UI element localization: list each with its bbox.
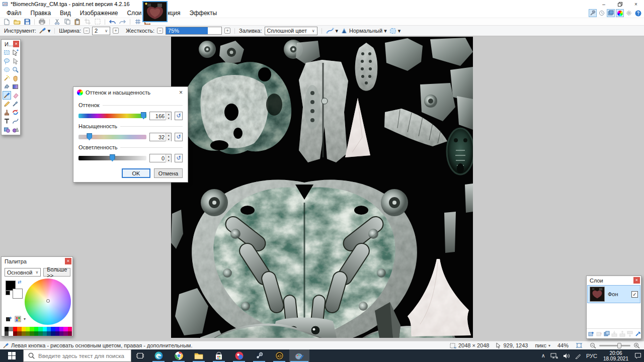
open-image-tab[interactable] bbox=[142, 1, 168, 22]
hardness-increase-button[interactable]: + bbox=[224, 28, 230, 34]
cut-icon[interactable] bbox=[53, 19, 61, 25]
tool-recolor[interactable] bbox=[11, 108, 20, 117]
image-list-chevron-icon[interactable]: ∨ bbox=[169, 10, 173, 15]
palette-swatch[interactable] bbox=[55, 327, 59, 331]
antialias-dropdown[interactable]: ▾ bbox=[326, 28, 339, 34]
hardness-decrease-button[interactable]: − bbox=[157, 28, 163, 34]
palette-list-arrow-icon[interactable]: ▾ bbox=[24, 317, 26, 321]
pen-icon[interactable] bbox=[573, 353, 584, 359]
width-decrease-button[interactable]: − bbox=[84, 28, 90, 34]
cancel-button[interactable]: Отмена bbox=[154, 168, 183, 178]
spin-down-icon[interactable]: ▼ bbox=[166, 137, 171, 141]
saturation-reset-button[interactable]: ↺ bbox=[175, 133, 183, 141]
palette-swatch[interactable] bbox=[43, 331, 47, 336]
palette-swatch[interactable] bbox=[47, 327, 51, 331]
new-file-icon[interactable] bbox=[3, 19, 11, 25]
menu-edit[interactable]: Правка bbox=[26, 9, 56, 18]
duplicate-layer-icon[interactable] bbox=[604, 330, 610, 337]
palette-swatch[interactable] bbox=[5, 327, 9, 331]
open-file-icon[interactable] bbox=[13, 19, 21, 25]
history-toggle[interactable] bbox=[598, 9, 606, 17]
task-view-button[interactable] bbox=[131, 349, 148, 362]
hue-slider-thumb[interactable] bbox=[141, 112, 146, 119]
palette-swatch[interactable] bbox=[30, 327, 34, 331]
palette-mode-combobox[interactable]: Основной∨ bbox=[5, 268, 41, 277]
menu-file[interactable]: Файл bbox=[2, 9, 26, 18]
tool-shapes-rect[interactable] bbox=[3, 125, 11, 134]
palette-swatch[interactable] bbox=[13, 331, 17, 336]
saturation-spinner[interactable]: 32▲▼ bbox=[149, 133, 172, 141]
background-color-swatch[interactable] bbox=[13, 289, 23, 299]
zoom-slider-thumb[interactable] bbox=[617, 343, 621, 348]
tool-text[interactable] bbox=[3, 117, 11, 125]
zoom-slider[interactable] bbox=[599, 345, 630, 346]
tool-pan[interactable] bbox=[11, 74, 20, 82]
palette-swatch[interactable] bbox=[55, 331, 59, 336]
palette-swatch[interactable] bbox=[43, 327, 47, 331]
clock[interactable]: 20:06 18.09.2021 bbox=[600, 350, 632, 361]
tool-lasso-select[interactable] bbox=[3, 57, 11, 65]
current-tool-dropdown[interactable]: ▾ bbox=[39, 27, 51, 34]
hue-reset-button[interactable]: ↺ bbox=[175, 112, 183, 120]
palette-swatch[interactable] bbox=[38, 331, 42, 336]
tool-magic-wand[interactable] bbox=[3, 74, 11, 82]
palette-swatch[interactable] bbox=[13, 327, 17, 331]
palette-swatch[interactable] bbox=[34, 327, 38, 331]
palette-swatch[interactable] bbox=[63, 327, 67, 331]
hue-slider[interactable] bbox=[78, 114, 146, 118]
taskbar-app-gold-circle[interactable] bbox=[269, 349, 289, 362]
add-layer-icon[interactable] bbox=[588, 330, 594, 337]
menu-view[interactable]: Вид bbox=[55, 9, 75, 18]
undo-icon[interactable] bbox=[108, 19, 117, 25]
save-icon[interactable] bbox=[23, 19, 31, 25]
tool-move-selected-pixels[interactable] bbox=[11, 48, 20, 57]
layers-close-icon[interactable]: × bbox=[633, 277, 640, 284]
taskbar-app-store[interactable] bbox=[209, 349, 229, 362]
selection-mode-dropdown[interactable]: ▾ bbox=[389, 28, 401, 34]
ok-button[interactable]: OK bbox=[122, 168, 150, 178]
minimize-button[interactable]: – bbox=[596, 0, 612, 8]
copy-icon[interactable] bbox=[63, 19, 71, 25]
palette-more-button[interactable]: Больше >> bbox=[43, 268, 70, 277]
taskbar-app-red-circle[interactable] bbox=[229, 349, 249, 362]
palette-swatch[interactable] bbox=[59, 331, 63, 336]
grid-icon[interactable] bbox=[133, 19, 142, 25]
blend-mode-dropdown[interactable]: Нормальный ▾ bbox=[341, 28, 387, 34]
print-icon[interactable] bbox=[38, 19, 46, 25]
palette-swatch[interactable] bbox=[30, 331, 34, 336]
palette-swatch[interactable] bbox=[5, 331, 9, 336]
tool-line-curve[interactable] bbox=[11, 117, 20, 125]
saturation-slider-thumb[interactable] bbox=[87, 133, 92, 140]
search-input[interactable] bbox=[38, 353, 126, 359]
palette-close-icon[interactable]: × bbox=[65, 258, 71, 264]
tray-chevron-icon[interactable]: ∧ bbox=[539, 352, 548, 359]
spin-down-icon[interactable]: ▼ bbox=[166, 158, 171, 162]
lightness-reset-button[interactable]: ↺ bbox=[175, 154, 183, 162]
palette-swatch[interactable] bbox=[38, 327, 42, 331]
help-button[interactable] bbox=[634, 9, 642, 17]
tool-paintbrush[interactable] bbox=[3, 91, 11, 100]
tool-clone-stamp[interactable] bbox=[3, 108, 11, 117]
palette-swatch[interactable] bbox=[68, 327, 72, 331]
add-color-icon[interactable] bbox=[6, 316, 12, 322]
layer-visible-checkbox[interactable]: ✓ bbox=[631, 291, 638, 298]
tools-toggle[interactable] bbox=[589, 9, 597, 17]
palette-swatch[interactable] bbox=[22, 331, 26, 336]
palette-swatch[interactable] bbox=[47, 331, 51, 336]
taskbar-search[interactable] bbox=[23, 349, 131, 362]
language-indicator[interactable]: РУС bbox=[584, 353, 600, 359]
lightness-spinner[interactable]: 0▲▼ bbox=[149, 154, 172, 162]
units-dropdown[interactable]: пикс▾ bbox=[535, 342, 550, 348]
close-button[interactable]: × bbox=[628, 0, 644, 8]
taskbar-app-paintnet[interactable] bbox=[289, 349, 309, 362]
tool-move-selection[interactable] bbox=[11, 57, 20, 65]
palette-swatch[interactable] bbox=[68, 331, 72, 336]
paste-icon[interactable] bbox=[73, 19, 82, 25]
start-button[interactable] bbox=[0, 349, 23, 362]
lightness-slider[interactable] bbox=[78, 156, 146, 160]
restore-button[interactable] bbox=[612, 0, 628, 8]
hue-spinner[interactable]: 166▲▼ bbox=[149, 112, 172, 120]
tool-shapes-more[interactable] bbox=[11, 125, 20, 134]
palette-swatch[interactable] bbox=[22, 327, 26, 331]
tool-ellipse-select[interactable] bbox=[3, 65, 11, 74]
